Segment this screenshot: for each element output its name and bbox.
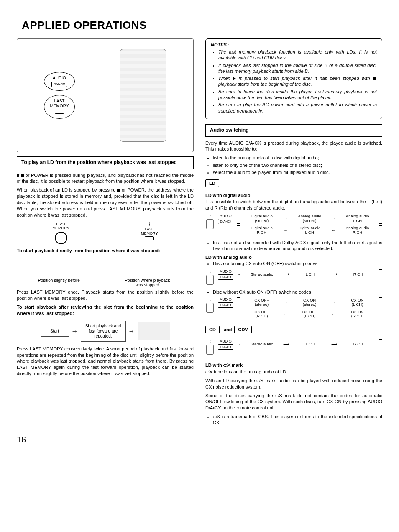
list-item: listen to only one of the two channels o… (213, 162, 382, 168)
remote-illustration (120, 49, 166, 142)
page-number: 16 (17, 435, 382, 445)
page-title: APPLIED OPERATIONS (22, 19, 377, 32)
right-column: NOTES : The last memory playback functio… (205, 38, 382, 427)
arrow-icon: → (72, 327, 78, 335)
note-item: The last memory playback function is ava… (218, 49, 377, 61)
cdv-badge: CDV (234, 326, 251, 333)
paragraph: Press LAST MEMORY consecutively twice. A… (17, 346, 194, 377)
lm-icon-1: LAST MEMORY (53, 222, 69, 246)
subheading: LD with ⬭✕ mark (205, 363, 382, 368)
note-item: If playback was last stopped in the midd… (218, 62, 377, 74)
and-label: and (224, 327, 232, 332)
notes-list: The last memory playback function is ava… (211, 49, 377, 114)
digital-audio-flow: ⌇ AUDIO D/A•CX Digital audio (stereo) → … (205, 214, 382, 235)
paragraph: If or POWER is pressed during playback, … (17, 172, 194, 185)
cd-flow: ⌇ AUDIO D/A•CX → Stereo audio ⟶ L CH ⟶ R… (205, 339, 382, 355)
paragraph: It is possible to switch between the dig… (205, 199, 382, 211)
last-memory-label: LAST MEMORY (50, 99, 69, 109)
section-heading-last-memory: To play an LD from the position where pl… (17, 156, 194, 169)
divider (205, 359, 382, 359)
audio-bullets: listen to the analog audio of a disc wit… (205, 155, 382, 175)
remote-mini-icon: ⌇ (205, 269, 215, 285)
last-memory-callout: LAST MEMORY (44, 95, 75, 119)
analog-flow-1: ⌇ AUDIO D/A•CX → Stereo audio ⟶ L CH ⟶ R… (205, 269, 382, 285)
last-memory-icons: LAST MEMORY ⌇ LAST MEMORY (17, 222, 194, 246)
stop-icon (21, 174, 24, 177)
subheading: LD with digital audio (205, 193, 382, 198)
paragraph: With an LD carrying the ⬭✕ mark, audio c… (205, 378, 382, 390)
figure-callouts: AUDIO D/A•CX LAST MEMORY (44, 72, 75, 119)
paragraph: Press LAST MEMORY once. Playback starts … (17, 289, 194, 302)
position-figures: Position slightly before Position where … (17, 257, 194, 287)
review-flow: Start → Short playback and fast forward … (17, 321, 194, 342)
notes-box: NOTES : The last memory playback functio… (205, 38, 382, 119)
cx-flow: ⌇ AUDIO D/A•CX CX OFF (stereo) → CX ON (… (205, 297, 382, 319)
list-item: select the audio to be played from multi… (213, 169, 382, 175)
remote-mini-icon: ⌇ (205, 339, 215, 355)
cd-cdv-badges: CD and CDV (205, 323, 382, 336)
ld-badge: LD (205, 179, 219, 187)
remote-mini-icon: ⌇ (205, 214, 215, 229)
paragraph: When playback of an LD is stopped by pre… (17, 187, 194, 218)
remote-mini-icon: ⌇ (205, 297, 215, 313)
flow-mid: Short playback and fast forward are repe… (81, 321, 126, 342)
stop-icon (373, 77, 376, 80)
digital-note: In a case of a disc recorded with Dolby … (205, 240, 382, 252)
left-column: AUDIO D/A•CX LAST MEMORY To play an LD f… (17, 38, 194, 427)
remote-figure: AUDIO D/A•CX LAST MEMORY (17, 38, 194, 152)
two-column-layout: AUDIO D/A•CX LAST MEMORY To play an LD f… (17, 38, 382, 427)
audio-callout: AUDIO D/A•CX (44, 72, 75, 91)
pos-stopped-fig: Position where playback was stopped (122, 257, 172, 287)
notes-title: NOTES : (211, 42, 377, 47)
flow-start: Start (41, 326, 69, 337)
cd-badge: CD (205, 326, 220, 333)
arrow-icon: → (128, 327, 135, 335)
list-item: ⬭✕ is a trademark of CBS. This player co… (213, 414, 382, 426)
subheading: To start playback directly from the posi… (17, 248, 194, 254)
flow-button-label: AUDIO D/A•CX (218, 214, 233, 224)
paragraph: ⬭✕ functions on the analog audio of LD. (205, 369, 382, 375)
note-item: Be sure to leave the disc inside the pla… (218, 89, 377, 101)
play-icon (233, 77, 236, 80)
lm-icon-2: ⌇ LAST MEMORY (141, 222, 158, 241)
note-item: When is pressed to start playback after … (218, 75, 377, 87)
list-item: listen to the analog audio of a disc wit… (213, 155, 382, 161)
pos-before-fig: Position slightly before (38, 257, 80, 283)
flow-end (138, 322, 170, 340)
note-item: Be sure to plug the AC power cord into a… (218, 102, 377, 114)
subheading: LD with analog audio (205, 255, 382, 260)
paragraph: Some of the discs carrying the ⬭✕ mark d… (205, 393, 382, 412)
audio-label: AUDIO (50, 76, 69, 81)
list-item: Disc without CX auto ON (OFF) switching … (213, 289, 382, 295)
audio-button-label: D/A•CX (51, 82, 67, 87)
list-item: In a case of a disc recorded with Dolby … (213, 240, 382, 252)
subheading: To start playback after reviewing the pl… (17, 304, 194, 317)
list-item: Disc containing CX auto ON (OFF) switchi… (213, 261, 382, 266)
page-frame: APPLIED OPERATIONS AUDIO D/A•CX LAST MEM… (17, 13, 382, 445)
section-heading-audio: Audio switching (205, 124, 382, 137)
paragraph: Every time AUDIO D/A•CX is pressed durin… (205, 140, 382, 153)
title-bar: APPLIED OPERATIONS (17, 15, 382, 34)
last-memory-button-icon (55, 110, 64, 114)
